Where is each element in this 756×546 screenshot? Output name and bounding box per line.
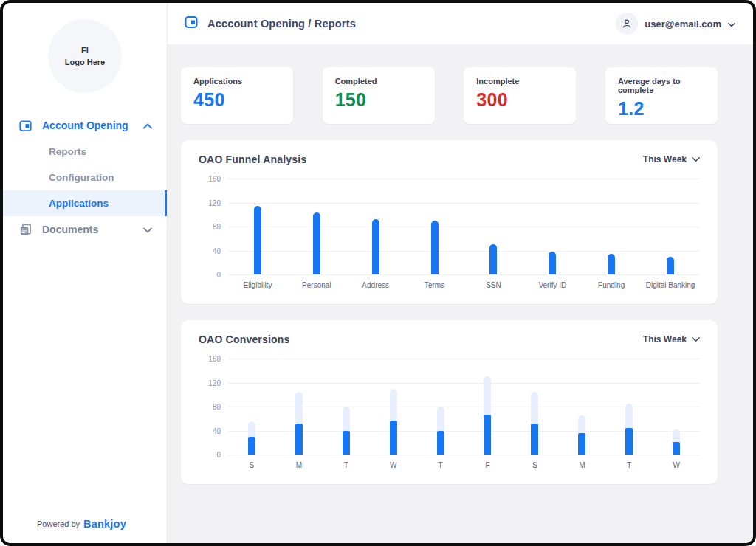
bar-completed — [531, 424, 538, 455]
bar — [549, 252, 556, 274]
app-icon — [184, 15, 199, 32]
sidebar-item-configuration[interactable]: Configuration — [3, 165, 167, 190]
account-opening-icon — [18, 118, 32, 133]
chart-header: OAO Funnel Analysis This Week — [199, 153, 700, 165]
top-header: Acccount Opening / Reports user@email.co… — [168, 3, 753, 45]
logo-line2: Logo Here — [65, 56, 105, 69]
x-tick-label: Funding — [582, 281, 641, 289]
bar-completed — [625, 428, 633, 455]
plot-area: 04080120160 — [228, 179, 700, 274]
x-tick-label: Eligibility — [228, 281, 287, 289]
avatar — [616, 13, 638, 35]
sidebar-item-documents[interactable]: Documents — [3, 216, 167, 243]
bar-slot — [464, 179, 523, 274]
bar-completed — [390, 421, 397, 455]
y-tick-label: 40 — [199, 426, 221, 435]
stat-card-applications: Applications 450 — [181, 67, 293, 124]
funnel-analysis-card: OAO Funnel Analysis This Week 0408012016… — [181, 140, 718, 304]
fi-logo: FI Logo Here — [48, 19, 122, 93]
y-tick-label: 80 — [199, 223, 221, 231]
breadcrumb: Acccount Opening / Reports — [184, 15, 356, 32]
y-tick-label: 160 — [199, 355, 221, 363]
chevron-down-icon — [143, 223, 152, 236]
chevron-down-icon — [692, 334, 700, 345]
sidebar-item-reports[interactable]: Reports — [3, 139, 167, 165]
bar-slot — [346, 179, 405, 274]
stat-card-incomplete: Incomplete 300 — [464, 67, 576, 124]
conversions-card: OAO Conversions This Week 04080120160SMT… — [181, 320, 718, 484]
x-tick-label: Digital Banking — [641, 281, 700, 289]
funnel-chart: 04080120160EligibilityPersonalAddressTer… — [199, 179, 700, 289]
app-window: FI Logo Here Account Opening Reports Con… — [0, 0, 756, 546]
x-tick-label: SSN — [464, 281, 523, 289]
stat-label: Incomplete — [476, 77, 563, 86]
x-tick-label: Verify ID — [523, 281, 582, 289]
chevron-down-icon — [692, 154, 700, 165]
documents-icon — [18, 222, 32, 237]
stat-label: Completed — [335, 77, 422, 86]
stat-card-completed: Completed 150 — [323, 67, 435, 124]
range-dropdown[interactable]: This Week — [643, 154, 700, 165]
bar-completed — [437, 431, 444, 455]
user-menu[interactable]: user@email.com — [616, 13, 735, 35]
stat-value: 150 — [335, 89, 422, 111]
sidebar-nav: Account Opening Reports Configuration Ap… — [3, 112, 167, 243]
y-tick-label: 160 — [199, 175, 221, 183]
stats-row: Applications 450 Completed 150 Incomplet… — [181, 67, 718, 124]
y-tick-label: 80 — [199, 403, 221, 411]
user-email: user@email.com — [645, 18, 721, 30]
bar — [431, 221, 439, 274]
bar-slot — [582, 179, 641, 274]
chart-header: OAO Conversions This Week — [199, 334, 700, 345]
x-tick-label: Terms — [405, 281, 464, 289]
bar-slot — [228, 179, 287, 274]
bar-slot — [228, 359, 275, 455]
bar — [254, 206, 261, 274]
bar — [608, 254, 615, 274]
bar — [372, 219, 379, 274]
stat-value: 450 — [193, 89, 281, 111]
bar-completed — [578, 433, 585, 455]
range-label: This Week — [643, 334, 687, 345]
bar-completed — [248, 437, 255, 455]
x-axis-labels: EligibilityPersonalAddressTermsSSNVerify… — [228, 281, 700, 289]
page-title: Acccount Opening / Reports — [207, 18, 356, 30]
bar-completed — [673, 442, 680, 455]
bar — [313, 212, 320, 274]
account-opening-label: Account Opening — [42, 120, 143, 131]
x-tick-label: Personal — [287, 281, 346, 289]
x-tick-label: W — [370, 461, 417, 469]
bar — [489, 244, 497, 274]
sidebar-item-account-opening[interactable]: Account Opening — [3, 112, 167, 139]
bar-slot — [323, 359, 370, 455]
range-dropdown[interactable]: This Week — [643, 334, 700, 345]
bankjoy-logo: Bankjoy — [83, 518, 126, 530]
gridline — [228, 274, 700, 275]
chevron-up-icon — [143, 119, 152, 132]
chart-title: OAO Conversions — [199, 334, 290, 345]
bar-slot — [558, 359, 605, 455]
chevron-down-icon — [728, 17, 735, 30]
y-tick-label: 0 — [199, 271, 221, 279]
stat-label: Average days to complete — [618, 77, 705, 94]
stat-value: 1.2 — [618, 98, 705, 120]
bar-completed — [343, 431, 350, 455]
bar-slot — [287, 179, 346, 274]
sidebar-item-applications[interactable]: Applications — [3, 190, 167, 216]
chart-title: OAO Funnel Analysis — [199, 153, 306, 165]
plot-area: 04080120160 — [228, 359, 700, 455]
bar-slot — [511, 359, 558, 455]
x-tick-label: T — [605, 461, 653, 469]
bar — [667, 257, 674, 274]
y-tick-label: 40 — [199, 246, 221, 255]
y-tick-label: 120 — [199, 379, 221, 387]
bar-slot — [405, 179, 464, 274]
x-tick-label: T — [323, 461, 370, 469]
x-tick-label: M — [558, 461, 605, 469]
range-label: This Week — [643, 154, 687, 165]
x-tick-label: S — [228, 461, 275, 469]
bar-slot — [523, 179, 582, 274]
x-tick-label: M — [275, 461, 323, 469]
x-axis-labels: SMTWTFSMTW — [228, 461, 700, 469]
sidebar: FI Logo Here Account Opening Reports Con… — [3, 3, 168, 543]
